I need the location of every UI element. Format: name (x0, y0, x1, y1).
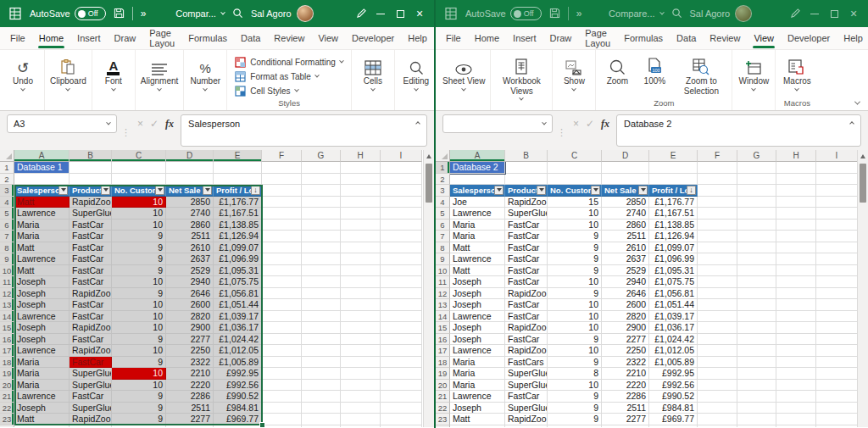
cell-C9[interactable]: 9 (548, 253, 602, 265)
cell-B9[interactable]: FastCar (70, 253, 112, 265)
cell-H10[interactable] (341, 265, 381, 277)
cell-C12[interactable]: 9 (548, 288, 602, 300)
macros-button[interactable]: Macros (778, 53, 815, 97)
conditional-formatting-button[interactable]: Conditional Formatting (235, 57, 343, 68)
cell-E12[interactable]: £1,056.81 (214, 288, 262, 300)
cell-A21[interactable]: Lawrence (14, 391, 70, 403)
col-header-A[interactable]: A (450, 150, 505, 162)
autosave-toggle[interactable]: Off (510, 7, 542, 20)
row-header-17[interactable]: 17 (0, 345, 14, 357)
cell-B2[interactable] (505, 174, 548, 186)
cell-H1[interactable] (776, 162, 816, 174)
cell-E10[interactable]: £1,095.31 (649, 265, 698, 277)
cell-C3[interactable]: No. Custome (112, 185, 166, 197)
cell-G11[interactable] (302, 276, 341, 288)
col-header-F[interactable]: F (698, 150, 737, 162)
cell-I10[interactable] (816, 265, 858, 277)
cell-I11[interactable] (816, 276, 858, 288)
cell-A2[interactable] (450, 174, 505, 186)
cell-C5[interactable]: 10 (548, 208, 602, 220)
scroll-up-icon[interactable] (860, 154, 865, 158)
tab-insert[interactable]: Insert (506, 27, 543, 49)
cell-D16[interactable]: 2277 (166, 334, 214, 346)
cell-F21[interactable] (698, 391, 737, 403)
row-header-3[interactable]: 3 (0, 185, 14, 197)
col-header-E[interactable]: E (214, 150, 262, 162)
cell-C22[interactable]: 9 (548, 403, 602, 414)
cell-A4[interactable]: Matt (14, 197, 70, 208)
cell-H17[interactable] (341, 345, 381, 357)
cell-F23[interactable] (698, 414, 737, 425)
cell-E18[interactable]: £1,005.89 (214, 357, 262, 369)
row-header-2[interactable]: 2 (0, 174, 14, 186)
cell-B1[interactable] (70, 162, 112, 174)
cell-A19[interactable]: Maria (450, 368, 505, 380)
cell-H21[interactable] (776, 391, 816, 403)
cell-F4[interactable] (698, 197, 737, 208)
cell-E19[interactable]: £992.95 (214, 368, 262, 380)
cell-I13[interactable] (816, 299, 858, 311)
col-header-I[interactable]: I (816, 150, 858, 162)
cancel-icon[interactable]: × (137, 118, 143, 130)
cell-F17[interactable] (262, 345, 302, 357)
cell-C4[interactable]: 10 (112, 197, 166, 208)
cell-H17[interactable] (776, 345, 816, 357)
cell-E5[interactable]: £1,167.51 (649, 208, 698, 220)
quick-access-overflow[interactable]: » (141, 8, 146, 19)
filter-button[interactable] (101, 186, 110, 195)
font-button[interactable]: AFont (95, 53, 132, 110)
sort-filter-button[interactable]: ↓ (251, 186, 260, 195)
row-header-2[interactable]: 2 (436, 174, 450, 186)
cell-B17[interactable]: RapidZoo (505, 345, 548, 357)
cell-H16[interactable] (776, 334, 816, 346)
cell-G8[interactable] (302, 242, 341, 254)
cell-A10[interactable]: Matt (450, 265, 505, 277)
cell-D6[interactable]: 2860 (602, 220, 649, 231)
cell-H3[interactable] (776, 185, 816, 197)
user-account[interactable]: Sal Agoro (690, 5, 753, 22)
cell-B24[interactable] (505, 425, 548, 428)
cell-C24[interactable] (112, 425, 166, 428)
cell-E4[interactable]: £1,176.77 (649, 197, 698, 208)
cell-G4[interactable] (737, 197, 776, 208)
cell-F14[interactable] (262, 311, 302, 323)
cell-G10[interactable] (302, 265, 341, 277)
cell-I6[interactable] (816, 220, 858, 231)
cell-C20[interactable]: 10 (548, 380, 602, 392)
cell-E21[interactable]: £990.52 (214, 391, 262, 403)
row-header-12[interactable]: 12 (0, 288, 14, 300)
cell-B10[interactable]: FastCar (70, 265, 112, 277)
cell-G14[interactable] (302, 311, 341, 323)
filter-button[interactable] (203, 186, 212, 195)
cell-G16[interactable] (302, 334, 341, 346)
cell-E17[interactable]: £1,012.05 (214, 345, 262, 357)
cell-D5[interactable]: 2740 (166, 208, 214, 220)
cell-C15[interactable]: 10 (112, 322, 166, 334)
cell-E1[interactable] (214, 162, 262, 174)
cell-F16[interactable] (698, 334, 737, 346)
cell-E15[interactable]: £1,036.17 (214, 322, 262, 334)
tab-draw[interactable]: Draw (108, 27, 143, 49)
cell-A5[interactable]: Lawrence (450, 208, 505, 220)
cell-F5[interactable] (698, 208, 737, 220)
row-header-9[interactable]: 9 (436, 253, 450, 265)
row-header-11[interactable]: 11 (0, 276, 14, 288)
cell-A11[interactable]: Joseph (450, 276, 505, 288)
insert-function-icon[interactable]: fx (601, 118, 609, 131)
cell-B6[interactable]: FastCar (505, 220, 548, 231)
cell-F10[interactable] (262, 265, 302, 277)
cell-A4[interactable]: Joe (450, 197, 505, 208)
row-header-20[interactable]: 20 (0, 380, 14, 392)
cell-D14[interactable]: 2820 (602, 311, 649, 323)
cell-G9[interactable] (302, 253, 341, 265)
cell-A8[interactable]: Matt (14, 242, 70, 254)
cell-I24[interactable] (816, 425, 858, 428)
cell-A18[interactable]: Maria (450, 357, 505, 369)
cell-E22[interactable]: £984.81 (649, 403, 698, 414)
cell-I14[interactable] (816, 311, 858, 323)
cell-F13[interactable] (698, 299, 737, 311)
cell-H20[interactable] (341, 380, 381, 392)
cell-A19[interactable]: Maria (14, 368, 70, 380)
cell-G9[interactable] (737, 253, 776, 265)
cell-E1[interactable] (649, 162, 698, 174)
